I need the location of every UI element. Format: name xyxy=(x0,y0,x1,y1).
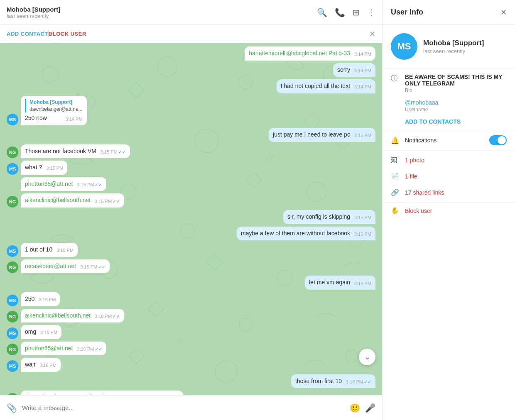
photos-row[interactable]: 🖼 1 photo xyxy=(383,152,515,168)
bubble-meta: 3:15 PM xyxy=(350,132,371,139)
avatar: MS xyxy=(7,114,18,125)
more-icon[interactable]: ⋮ xyxy=(367,7,375,17)
bubble-meta: 3:16 PM ✓✓ xyxy=(73,346,102,352)
reply-author: Mohoba [Support] xyxy=(29,99,83,106)
reply-text: dawnbelanger@att.ne... xyxy=(29,106,83,113)
chat-header: Mohoba [Support] last seen recently 🔍 📞 … xyxy=(0,0,382,25)
message-time: 3:15 PM xyxy=(80,264,97,270)
message-time: 3:14 PM xyxy=(66,116,83,122)
bubble-inner: I had not copied all the text 3:14 PM xyxy=(281,82,371,90)
table-row: MS 1 out of 10 3:15 PM xyxy=(7,243,375,257)
chat-header-actions: 🔍 📞 ⊞ ⋮ xyxy=(317,7,375,17)
message-bubble: just pay me I need to leave pc 3:15 PM xyxy=(269,128,375,142)
username-label: Username xyxy=(405,107,438,112)
message-bubble: hariettemiorelli@sbcglobal.net Patio-33 … xyxy=(245,46,375,61)
input-bar: 📎 🙂 🎤 xyxy=(0,395,382,420)
bubble-inner: hariettemiorelli@sbcglobal.net Patio-33 … xyxy=(249,49,371,58)
message-check: ✓✓ xyxy=(98,264,105,270)
add-to-contacts-link[interactable]: ADD TO CONTACTS xyxy=(405,118,461,125)
table-row: phutton65@att.net 3:15 PM ✓✓ xyxy=(7,177,375,191)
phone-icon[interactable]: 📞 xyxy=(335,7,345,17)
message-text: omg xyxy=(25,328,36,336)
profile-name: Mohoba [Support] xyxy=(423,39,484,47)
search-icon[interactable]: 🔍 xyxy=(317,7,327,17)
attach-icon[interactable]: 📎 xyxy=(7,403,17,413)
avatar: NG xyxy=(7,147,18,158)
message-text: just pay me I need to leave pc xyxy=(273,131,350,139)
message-bubble: phutton65@att.net 3:15 PM ✓✓ xyxy=(21,177,106,191)
message-time: 3:16 PM xyxy=(346,379,363,385)
message-bubble: wait 3:16 PM xyxy=(21,358,61,372)
notifications-section: 🔔 Notifications xyxy=(383,130,515,151)
bubble-inner: Those are not facebook VM 3:15 PM ✓✓ xyxy=(25,147,126,156)
message-input[interactable] xyxy=(22,404,345,411)
bubble-inner: 250 now 3:14 PM xyxy=(25,114,83,122)
bubble-inner: let me vm again 3:16 PM xyxy=(309,278,371,287)
message-bubble: sir, my config is skipping 3:15 PM xyxy=(283,210,375,224)
message-bubble: 1 out of 10 3:15 PM xyxy=(21,243,78,257)
bio-section: ⓘ BE AWARE OF SCAMS! THIS IS MY ONLY TEL… xyxy=(383,68,515,130)
table-row: NG If you don't have 250 , tell me how m… xyxy=(7,391,375,395)
bubble-inner: recasebeer@att.net 3:15 PM ✓✓ xyxy=(25,262,105,271)
message-bubble: let me vm again 3:16 PM xyxy=(305,276,375,290)
files-row[interactable]: 📄 1 file xyxy=(383,168,515,184)
message-text: wait xyxy=(25,361,35,369)
bubble-meta: 3:14 PM xyxy=(350,84,371,90)
bubble-inner: what ? 3:15 PM xyxy=(25,164,63,172)
files-value: 1 file xyxy=(405,173,417,180)
message-text: 250 xyxy=(25,295,34,303)
table-row: NG aikenclinic@bellsouth.net 3:15 PM ✓✓ xyxy=(7,193,375,208)
message-bubble: omg 3:16 PM xyxy=(21,325,61,339)
bubble-inner: those from first 10 3:16 PM ✓✓ xyxy=(295,377,371,386)
message-time: 3:15 PM xyxy=(56,247,74,254)
message-text: what ? xyxy=(25,164,42,172)
bubble-meta: 3:15 PM xyxy=(52,247,74,254)
add-to-contacts-row[interactable]: ADD TO CONTACTS xyxy=(391,118,507,125)
message-bubble: what ? 3:15 PM xyxy=(21,161,67,175)
table-row: MS 250 3:16 PM xyxy=(7,292,375,306)
message-text: 1 out of 10 xyxy=(25,246,52,254)
emoji-icon[interactable]: 🙂 xyxy=(350,403,360,413)
block-user-row[interactable]: ✋ Block user xyxy=(391,207,507,215)
message-text: Those are not facebook VM xyxy=(25,147,96,156)
bubble-inner: sir, my config is skipping 3:15 PM xyxy=(287,213,371,221)
layout-icon[interactable]: ⊞ xyxy=(353,7,360,17)
add-contact-button[interactable]: ADD CONTACT xyxy=(7,31,48,37)
avatar: MS xyxy=(7,245,18,257)
message-bubble: phutton65@att.net 3:16 PM ✓✓ xyxy=(21,342,106,356)
profile-status: last seen recently xyxy=(423,48,484,54)
message-check: ✓✓ xyxy=(113,313,120,320)
message-bubble: 250 3:16 PM xyxy=(21,292,60,306)
bio-label: Bio xyxy=(405,88,507,93)
user-info-title: User Info xyxy=(391,8,423,17)
avatar: MS xyxy=(7,327,18,339)
voice-icon[interactable]: 🎤 xyxy=(365,403,375,413)
table-row: sir, my config is skipping 3:15 PM xyxy=(7,210,375,224)
scroll-down-button[interactable]: ⌄ xyxy=(359,349,375,365)
bubble-inner: omg 3:16 PM xyxy=(25,328,57,336)
bubble-meta: 3:14 PM xyxy=(350,68,371,74)
avatar: MS xyxy=(391,33,417,60)
notifications-toggle[interactable] xyxy=(489,135,507,145)
message-text: I had not copied all the text xyxy=(281,82,350,90)
table-row: MS Mohoba [Support] dawnbelanger@att.ne.… xyxy=(7,96,375,125)
close-user-info-button[interactable]: ✕ xyxy=(500,8,507,17)
message-time: 3:16 PM xyxy=(39,297,56,303)
block-icon: ✋ xyxy=(391,207,399,215)
bubble-inner: sorry 3:14 PM xyxy=(337,66,371,74)
message-text: hariettemiorelli@sbcglobal.net Patio-33 xyxy=(249,49,350,58)
bubble-inner: maybe a few of them are without facebook… xyxy=(241,230,371,238)
username-row: @mohobaaa Username xyxy=(391,99,507,112)
shared-links-row[interactable]: 🔗 17 shared links xyxy=(383,184,515,200)
message-time: 3:16 PM xyxy=(77,346,94,352)
block-user-label[interactable]: Block user xyxy=(405,208,432,214)
block-user-button[interactable]: BLOCK USER xyxy=(49,31,86,37)
avatar: NG xyxy=(7,393,18,395)
avatar: MS xyxy=(7,163,18,175)
username-value: @mohobaaa xyxy=(405,99,438,106)
close-contact-bar-button[interactable]: ✕ xyxy=(369,29,375,39)
reply-quote: Mohoba [Support] dawnbelanger@att.ne... xyxy=(25,99,83,113)
message-time: 3:15 PM xyxy=(95,198,112,205)
message-time: 3:16 PM xyxy=(40,330,57,336)
table-row: MS what ? 3:15 PM xyxy=(7,161,375,175)
